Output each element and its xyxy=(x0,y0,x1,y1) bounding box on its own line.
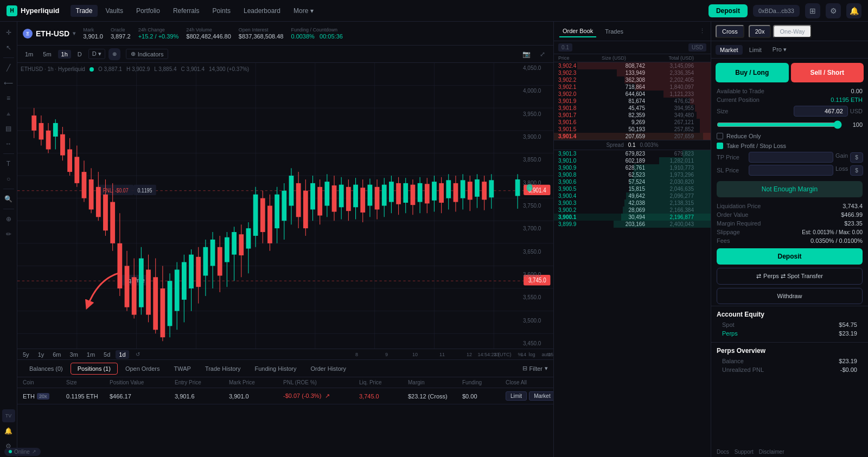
close-limit-button[interactable]: Limit xyxy=(506,391,527,401)
ask-row[interactable]: 3,901.6 9,269 267,121 xyxy=(554,119,711,126)
size-slider[interactable] xyxy=(717,120,842,129)
chart-type-selector[interactable]: D ▾ xyxy=(88,49,105,59)
tp-sl-row[interactable]: Take Profit / Stop Loss xyxy=(711,141,868,151)
withdraw-button[interactable]: Withdraw xyxy=(717,288,863,304)
ask-row[interactable]: 3,902.2 362,308 2,202,405 xyxy=(554,76,711,83)
bid-row[interactable]: 3,900.5 15,815 2,046,635 xyxy=(554,185,711,192)
deposit-full-button[interactable]: Deposit xyxy=(717,248,863,265)
nav-vaults[interactable]: Vaults xyxy=(100,5,128,17)
reduce-only-checkbox[interactable] xyxy=(717,133,723,139)
tp-sl-checkbox[interactable] xyxy=(717,143,723,149)
gain-dollar-button[interactable]: $ xyxy=(850,152,863,163)
nav-more[interactable]: More ▾ xyxy=(288,5,319,17)
leverage-button[interactable]: 20x xyxy=(749,25,771,38)
ticker-symbol[interactable]: Ξ ETH-USD ▾ xyxy=(23,29,75,38)
docs-link[interactable]: Docs xyxy=(717,449,729,455)
pro-tab[interactable]: Pro ▾ xyxy=(768,44,791,55)
tf-1m[interactable]: 1m xyxy=(22,50,36,59)
disclaimer-link[interactable]: Disclaimer xyxy=(759,449,784,455)
bid-row[interactable]: 3,900.4 49,642 2,096,277 xyxy=(554,192,711,199)
one-way-mode-button[interactable]: One-Way xyxy=(773,25,811,38)
replay-icon[interactable]: ↺ xyxy=(131,348,144,361)
tf-5y[interactable]: 5y xyxy=(20,350,33,359)
nav-referrals[interactable]: Referrals xyxy=(168,5,205,17)
tab-positions[interactable]: Positions (1) xyxy=(71,363,118,375)
size-input[interactable] xyxy=(794,106,848,117)
bid-row[interactable]: 3,899.9 203,166 2,400,043 xyxy=(554,221,711,228)
logo[interactable]: H Hyperliquid xyxy=(7,5,60,16)
wallet-address[interactable]: 0xBDa...cb33 xyxy=(753,5,800,17)
loss-dollar-button[interactable]: $ xyxy=(850,165,863,176)
bid-row[interactable]: 3,900.2 28,069 2,166,384 xyxy=(554,207,711,214)
line-tool[interactable]: ╱ xyxy=(2,61,15,74)
sl-price-input[interactable] xyxy=(749,165,833,176)
tf-1m-long[interactable]: 1m xyxy=(84,350,98,359)
nav-portfolio[interactable]: Portfolio xyxy=(131,5,165,17)
text-tool[interactable]: T xyxy=(2,157,15,170)
ask-row[interactable]: 3,901.4 207,659 207,659 xyxy=(554,133,711,140)
fullscreen-icon[interactable]: ⤢ xyxy=(536,48,549,61)
ask-row[interactable]: 3,902.3 133,949 2,336,354 xyxy=(554,69,711,76)
ask-row[interactable]: 3,901.5 50,193 257,852 xyxy=(554,126,711,133)
cross-mode-button[interactable]: Cross xyxy=(716,25,744,38)
tf-5m[interactable]: 5m xyxy=(40,50,54,59)
support-link[interactable]: Support xyxy=(735,449,754,455)
tf-5d[interactable]: 5d xyxy=(100,350,113,359)
fib-tool[interactable]: ⟁ xyxy=(2,107,15,120)
ask-row[interactable]: 3,902.4 808,742 3,145,096 xyxy=(554,62,711,69)
tab-open-orders[interactable]: Open Orders xyxy=(119,363,167,374)
measure-tool[interactable]: ↔ xyxy=(2,137,15,150)
tf-d[interactable]: D xyxy=(74,50,85,59)
perps-spot-transfer-button[interactable]: ⇄ Perps ⇄ Spot Transfer xyxy=(717,268,863,285)
ask-row[interactable]: 3,901.8 45,475 394,955 xyxy=(554,105,711,112)
tab-funding-history[interactable]: Funding History xyxy=(248,363,303,374)
ask-row[interactable]: 3,902.0 644,604 1,121,233 xyxy=(554,91,711,98)
bid-row[interactable]: 3,900.8 62,523 1,973,296 xyxy=(554,171,711,178)
ob-currency-selector[interactable]: USD xyxy=(688,43,706,52)
layout-icon[interactable]: ⊞ xyxy=(805,3,820,18)
horizontal-tool[interactable]: ⟵ xyxy=(2,76,15,89)
bid-row[interactable]: 3,900.3 42,038 2,138,315 xyxy=(554,199,711,207)
ob-options-icon[interactable]: ⋮ xyxy=(699,28,705,35)
tab-twap[interactable]: TWAP xyxy=(168,363,197,374)
filter-button[interactable]: ⊟ Filter ▾ xyxy=(522,365,548,372)
tab-balances[interactable]: Balances (0) xyxy=(23,363,69,374)
sell-short-button[interactable]: Sell / Short xyxy=(791,63,864,82)
ask-row[interactable]: 3,901.7 82,359 349,480 xyxy=(554,112,711,119)
nav-trade[interactable]: Trade xyxy=(71,5,98,17)
bid-row[interactable]: 3,901.3 679,823 679,823 xyxy=(554,150,711,157)
ob-decimal-selector[interactable]: 0.1 xyxy=(558,43,572,52)
compare-icon[interactable]: ⊕ xyxy=(108,48,120,60)
cursor-tool[interactable]: ↖ xyxy=(2,41,15,54)
not-enough-margin-button[interactable]: Not Enough Margin xyxy=(717,181,863,197)
ask-row[interactable]: 3,901.9 81,674 476,629 xyxy=(554,98,711,105)
tf-1y[interactable]: 1y xyxy=(35,350,48,359)
tf-1h[interactable]: 1h xyxy=(58,50,71,59)
deposit-button[interactable]: Deposit xyxy=(709,4,748,17)
zoom-tool[interactable]: 🔍 xyxy=(2,192,15,205)
pencil-tool[interactable]: ✏ xyxy=(2,228,15,241)
tab-order-history[interactable]: Order History xyxy=(304,363,353,374)
buy-long-button[interactable]: Buy / Long xyxy=(716,63,789,82)
nav-leaderboard[interactable]: Leaderboard xyxy=(238,5,286,17)
parallel-tool[interactable]: ≡ xyxy=(2,92,15,105)
limit-tab[interactable]: Limit xyxy=(745,45,766,55)
tf-3m[interactable]: 3m xyxy=(67,350,81,359)
ob-tab-orderbook[interactable]: Order Book xyxy=(559,25,596,37)
shape-tool[interactable]: ○ xyxy=(2,172,15,185)
bid-row[interactable]: 3,900.6 57,524 2,030,820 xyxy=(554,178,711,185)
external-link-icon[interactable]: ↗ xyxy=(325,392,330,399)
tab-trade-history[interactable]: Trade History xyxy=(199,363,247,374)
crosshair-tool[interactable]: ✛ xyxy=(2,26,15,39)
market-tab[interactable]: Market xyxy=(716,45,743,55)
bid-row[interactable]: 3,900.9 628,761 1,910,773 xyxy=(554,164,711,171)
nav-points[interactable]: Points xyxy=(207,5,236,17)
ask-row[interactable]: 3,902.1 718,864 1,840,097 xyxy=(554,83,711,91)
tf-6m[interactable]: 6m xyxy=(49,350,64,359)
alert-tool[interactable]: 🔔 xyxy=(2,424,15,437)
screenshot-icon[interactable]: 📷 xyxy=(520,48,533,61)
settings-icon[interactable]: ⚙ xyxy=(826,3,841,18)
tp-price-input[interactable] xyxy=(749,152,833,163)
bid-row[interactable]: 3,900.1 30,494 2,196,877 xyxy=(554,214,711,221)
indicators-button[interactable]: ⊕ Indicators xyxy=(126,49,169,59)
